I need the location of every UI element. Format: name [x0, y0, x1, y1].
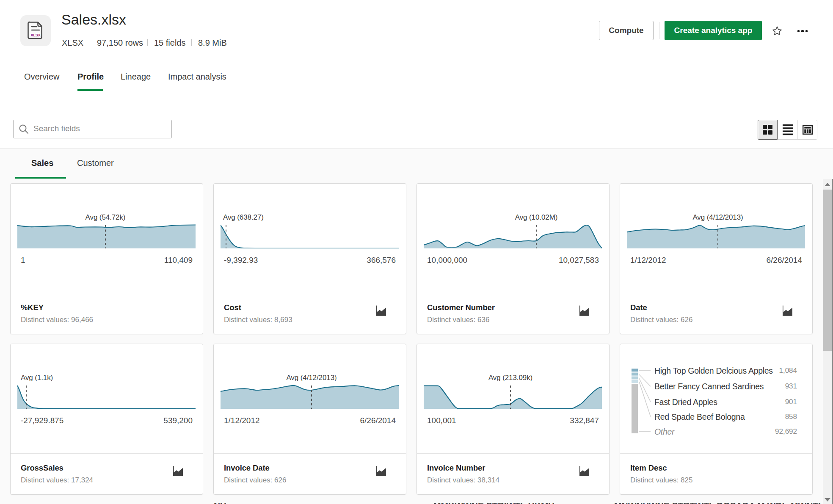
svg-text:XLSX: XLSX: [30, 33, 41, 37]
